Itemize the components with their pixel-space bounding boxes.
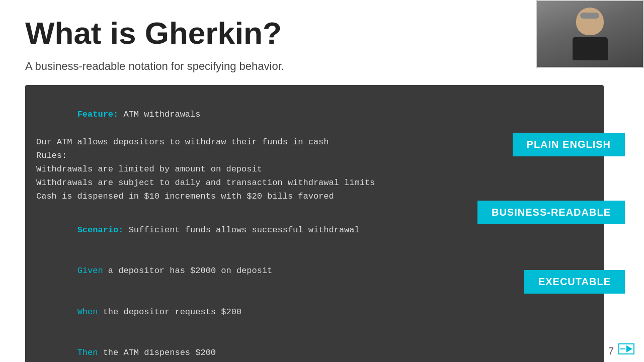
then-keyword: Then [77,348,98,357]
when-text: the depositor requests $200 [98,307,242,317]
given-keyword: Given [77,266,103,276]
nav-icon[interactable] [616,341,639,359]
page-number: 7 [608,345,614,357]
feature-text: ATM withdrawals [118,110,200,119]
code-line-3: Rules: [36,149,593,162]
code-line-5: Withdrawals are subject to daily and tra… [36,176,593,190]
code-line-feature: Feature: ATM withdrawals [36,94,593,135]
given-text: a depositor has $2000 on deposit [103,266,273,276]
then-text: the ATM dispenses $200 [98,348,216,357]
badge-executable: EXECUTABLE [524,270,625,294]
scenario-keyword: Scenario: [77,225,124,235]
badge-plain-english: PLAIN ENGLISH [513,133,625,156]
page-title: What is Gherkin? [25,15,619,51]
svg-marker-1 [626,345,632,352]
subtitle: A business-readable notation for specify… [25,60,619,73]
main-content: What is Gherkin? A business-readable not… [0,0,644,362]
code-line-when: When the depositor requests $200 [36,292,593,333]
feature-keyword: Feature: [77,110,119,119]
code-line-4: Withdrawals are limited by amount on dep… [36,162,593,176]
code-line-2: Our ATM allows depositors to withdraw th… [36,135,593,149]
scenario-text: Sufficient funds allows successful withd… [123,225,359,235]
code-line-given: Given a depositor has $2000 on deposit [36,250,593,292]
when-keyword: When [77,307,98,317]
badge-business-readable: BUSINESS-READABLE [477,201,625,224]
navigation-arrow-icon[interactable] [616,341,636,356]
code-container: Feature: ATM withdrawals Our ATM allows … [25,85,619,362]
code-line-then: Then the ATM dispenses $200 [36,332,593,362]
